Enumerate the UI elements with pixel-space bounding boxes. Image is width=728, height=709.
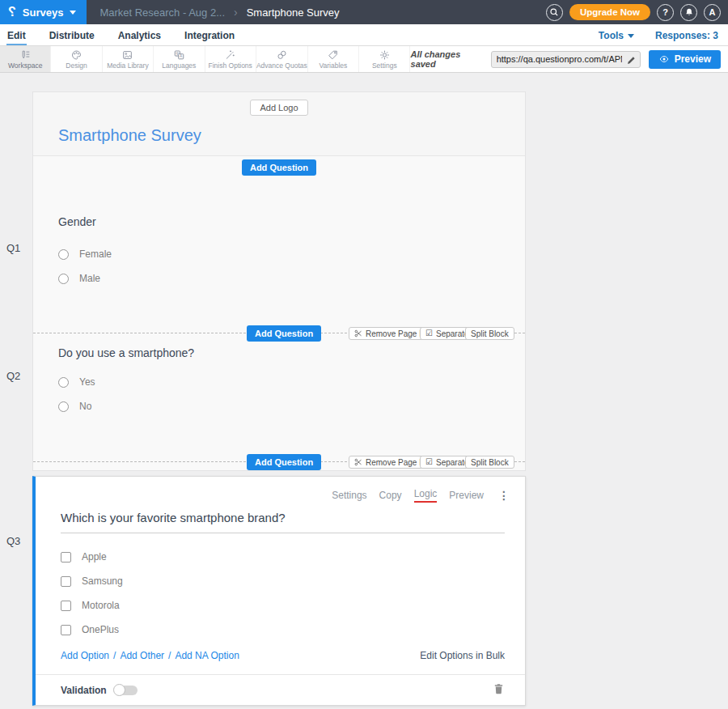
tool-finish-options[interactable]: Finish Options	[205, 46, 256, 72]
checkbox-input[interactable]	[61, 552, 71, 563]
option-row: Apple	[61, 545, 525, 569]
breadcrumb: Market Research - Aug 2... › Smartphone …	[99, 6, 339, 19]
add-other-link[interactable]: Add Other	[120, 650, 164, 661]
tab-edit[interactable]: Edit	[6, 27, 27, 45]
survey-canvas: Q1 Q2 Q3 Add Logo Smartphone Survey Add …	[0, 91, 728, 709]
tool-languages[interactable]: 文 A Languages	[154, 46, 205, 72]
radio-input[interactable]	[58, 401, 69, 412]
checkbox-input[interactable]	[61, 625, 71, 635]
question-text[interactable]: Do you use a smartphone?	[58, 346, 525, 359]
radio-input[interactable]	[58, 249, 69, 260]
option-row: Motorola	[61, 593, 525, 618]
tools-menu[interactable]: Tools	[599, 30, 634, 41]
gear-icon	[378, 49, 392, 61]
add-question-button[interactable]: Add Question	[247, 325, 321, 342]
checkbox-input[interactable]	[61, 576, 71, 587]
tool-variables[interactable]: Variables	[308, 46, 359, 72]
split-block-button[interactable]: Split Block	[465, 327, 514, 340]
page-break-row: Add Question Remove Page Break ☑ Separat…	[33, 454, 525, 470]
checkbox-input[interactable]	[61, 601, 71, 611]
toggle-knob	[113, 684, 125, 696]
question-copy-link[interactable]: Copy	[379, 490, 402, 501]
tool-label: Workspace	[8, 62, 42, 70]
tab-analytics[interactable]: Analytics	[117, 27, 162, 45]
breadcrumb-chevron-icon: ›	[234, 6, 238, 19]
kebab-menu-icon[interactable]: ⋮	[498, 489, 510, 502]
question-block-q2[interactable]: Do you use a smartphone? Yes No	[33, 342, 525, 454]
delete-question-button[interactable]	[493, 682, 505, 698]
option-label[interactable]: Male	[79, 273, 100, 284]
question-options: Apple Samsung Motorola OnePlus	[61, 545, 525, 642]
tool-media-library[interactable]: Media Library	[103, 46, 154, 72]
option-label[interactable]: OnePlus	[82, 624, 119, 635]
validation-toggle[interactable]	[113, 684, 138, 696]
preview-button[interactable]: Preview	[649, 50, 721, 69]
split-block-button[interactable]: Split Block	[465, 456, 514, 469]
tool-settings[interactable]: Settings	[359, 46, 410, 72]
chevron-down-icon	[70, 11, 76, 15]
add-logo-button[interactable]: Add Logo	[250, 100, 307, 116]
tool-label: Settings	[372, 62, 397, 70]
add-option-links: Add Option / Add Other / Add NA Option	[61, 650, 239, 661]
add-question-button[interactable]: Add Question	[247, 454, 321, 470]
question-preview-link[interactable]: Preview	[449, 490, 484, 501]
question-block-q3-selected[interactable]: Settings Copy Logic Preview ⋮ Which is y…	[32, 476, 526, 706]
option-label[interactable]: Samsung	[82, 575, 123, 587]
tab-distribute[interactable]: Distribute	[49, 27, 95, 45]
notifications-button[interactable]	[680, 4, 697, 21]
tool-label: Advance Quotas	[256, 62, 307, 70]
scissors-icon	[354, 458, 362, 466]
pencil-icon	[626, 55, 637, 66]
tool-workspace[interactable]: Workspace	[0, 46, 51, 72]
survey-url-wrap	[491, 51, 641, 68]
split-block-label: Split Block	[471, 329, 509, 338]
option-row: Male	[58, 266, 525, 291]
survey-header: Add Logo Smartphone Survey	[33, 92, 525, 156]
option-row: Female	[58, 242, 525, 266]
edit-url-button[interactable]	[626, 54, 637, 69]
upgrade-now-button[interactable]: Upgrade Now	[569, 4, 650, 20]
add-option-link[interactable]: Add Option	[61, 650, 109, 661]
bell-icon	[684, 7, 694, 17]
add-na-option-link[interactable]: Add NA Option	[175, 650, 239, 661]
breadcrumb-parent[interactable]: Market Research - Aug 2...	[99, 6, 225, 19]
validation-label: Validation	[61, 685, 107, 696]
option-label[interactable]: Apple	[82, 551, 107, 563]
nav-right: Tools Responses: 3	[599, 30, 718, 45]
magic-wand-icon	[223, 49, 237, 61]
edit-options-in-bulk-link[interactable]: Edit Options in Bulk	[420, 650, 505, 661]
option-label[interactable]: Motorola	[82, 600, 120, 611]
search-icon	[549, 7, 559, 17]
tool-label: Variables	[320, 62, 348, 70]
surveys-product-menu[interactable]: ? Surveys	[0, 0, 87, 24]
radio-input[interactable]	[58, 274, 69, 284]
add-question-button[interactable]: Add Question	[242, 159, 316, 176]
option-label[interactable]: Yes	[79, 376, 95, 388]
product-label: Surveys	[23, 6, 64, 19]
option-row: OnePlus	[61, 618, 525, 642]
tool-design[interactable]: Design	[51, 46, 102, 72]
survey-title[interactable]: Smartphone Survey	[58, 126, 525, 145]
help-button[interactable]: ?	[657, 4, 674, 21]
checkbox-checked-icon: ☑	[425, 458, 433, 466]
option-links-row: Add Option / Add Other / Add NA Option E…	[61, 647, 505, 664]
palette-icon	[70, 49, 83, 61]
responses-link[interactable]: Responses: 3	[655, 30, 718, 41]
question-text[interactable]: Gender	[58, 215, 525, 228]
question-text[interactable]: Which is your favorite smartphone brand?	[61, 511, 505, 524]
question-settings-link[interactable]: Settings	[332, 490, 366, 501]
option-label[interactable]: Female	[79, 248, 112, 260]
tool-label: Media Library	[107, 62, 149, 70]
toolbar-right: All changes saved Preview	[411, 46, 728, 72]
section-nav: Edit Distribute Analytics Integration To…	[0, 24, 728, 46]
tool-advance-quotas[interactable]: Advance Quotas	[256, 46, 308, 72]
survey-url-input[interactable]	[491, 51, 641, 68]
option-label[interactable]: No	[79, 401, 91, 412]
tab-integration[interactable]: Integration	[184, 27, 235, 45]
avatar[interactable]: A	[704, 4, 721, 21]
radio-input[interactable]	[58, 377, 69, 388]
question-code-q1: Q1	[6, 242, 20, 254]
question-logic-link[interactable]: Logic	[414, 488, 438, 503]
search-button[interactable]	[546, 4, 563, 21]
question-block-q1[interactable]: Gender Female Male	[33, 179, 525, 325]
